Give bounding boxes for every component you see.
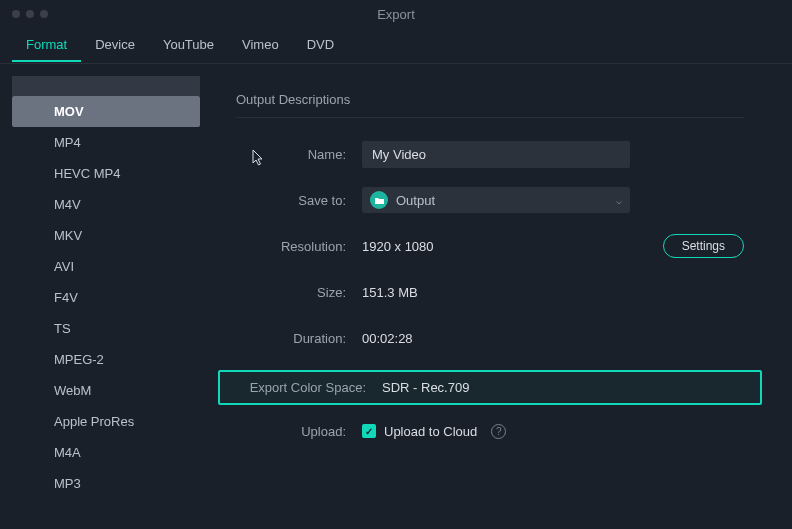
folder-icon — [370, 191, 388, 209]
upload-checkbox-label: Upload to Cloud — [384, 424, 477, 439]
tab-dvd[interactable]: DVD — [293, 29, 348, 62]
tab-vimeo[interactable]: Vimeo — [228, 29, 293, 62]
chevron-down-icon: ⌵ — [616, 195, 622, 206]
field-duration: Duration: 00:02:28 — [236, 324, 744, 352]
field-save-to: Save to: Output ⌵ — [236, 186, 744, 214]
settings-button[interactable]: Settings — [663, 234, 744, 258]
format-item-m4a[interactable]: M4A — [12, 437, 200, 468]
content: MOV MP4 HEVC MP4 M4V MKV AVI F4V TS MPEG… — [0, 64, 792, 529]
minimize-window-icon[interactable] — [26, 10, 34, 18]
close-window-icon[interactable] — [12, 10, 20, 18]
tab-format[interactable]: Format — [12, 29, 81, 62]
name-label: Name: — [236, 147, 362, 162]
duration-value: 00:02:28 — [362, 331, 413, 346]
titlebar: Export — [0, 0, 792, 28]
sidebar-spacer — [12, 76, 200, 96]
maximize-window-icon[interactable] — [40, 10, 48, 18]
color-space-label: Export Color Space: — [238, 380, 382, 395]
format-sidebar: MOV MP4 HEVC MP4 M4V MKV AVI F4V TS MPEG… — [0, 64, 212, 529]
format-item-f4v[interactable]: F4V — [12, 282, 200, 313]
format-item-mp4[interactable]: MP4 — [12, 127, 200, 158]
tab-device[interactable]: Device — [81, 29, 149, 62]
duration-label: Duration: — [236, 331, 362, 346]
upload-checkbox[interactable]: ✓ — [362, 424, 376, 438]
resolution-value: 1920 x 1080 — [362, 239, 434, 254]
field-size: Size: 151.3 MB — [236, 278, 744, 306]
tabs: Format Device YouTube Vimeo DVD — [0, 28, 792, 64]
size-label: Size: — [236, 285, 362, 300]
save-to-value: Output — [396, 193, 435, 208]
save-to-select[interactable]: Output ⌵ — [362, 187, 630, 213]
save-to-label: Save to: — [236, 193, 362, 208]
format-item-mkv[interactable]: MKV — [12, 220, 200, 251]
format-item-m4v[interactable]: M4V — [12, 189, 200, 220]
field-upload: Upload: ✓ Upload to Cloud ? — [236, 417, 744, 445]
main-panel: Output Descriptions Name: Save to: Outpu… — [212, 64, 792, 529]
field-color-space: Export Color Space: SDR - Rec.709 — [218, 370, 762, 405]
format-item-mov[interactable]: MOV — [12, 96, 200, 127]
name-input[interactable] — [362, 141, 630, 168]
format-item-webm[interactable]: WebM — [12, 375, 200, 406]
window-title: Export — [0, 7, 792, 22]
resolution-label: Resolution: — [236, 239, 362, 254]
color-space-value: SDR - Rec.709 — [382, 380, 469, 395]
field-name: Name: — [236, 140, 744, 168]
format-item-mp3[interactable]: MP3 — [12, 468, 200, 499]
traffic-lights — [12, 10, 48, 18]
size-value: 151.3 MB — [362, 285, 418, 300]
tab-youtube[interactable]: YouTube — [149, 29, 228, 62]
format-item-mpeg2[interactable]: MPEG-2 — [12, 344, 200, 375]
section-title: Output Descriptions — [236, 92, 744, 118]
format-item-avi[interactable]: AVI — [12, 251, 200, 282]
format-item-hevc-mp4[interactable]: HEVC MP4 — [12, 158, 200, 189]
field-resolution: Resolution: 1920 x 1080 Settings — [236, 232, 744, 260]
format-item-ts[interactable]: TS — [12, 313, 200, 344]
upload-label: Upload: — [236, 424, 362, 439]
help-icon[interactable]: ? — [491, 424, 506, 439]
format-item-prores[interactable]: Apple ProRes — [12, 406, 200, 437]
